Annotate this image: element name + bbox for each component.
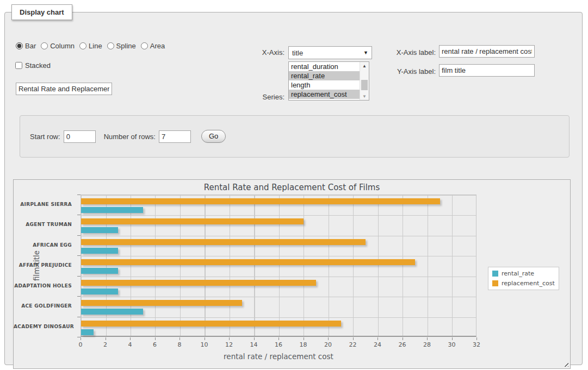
category-label: AGENT TRUMAN <box>14 215 72 235</box>
legend-row-rental_rate: rental_rate <box>492 270 555 277</box>
x-axis-tick-label: 4 <box>128 341 132 348</box>
chart-type-radio-spline[interactable] <box>107 42 114 49</box>
x-axis-tick <box>427 337 428 340</box>
scroll-down-icon[interactable]: ▼ <box>360 92 369 100</box>
chart-type-radio-bar[interactable] <box>16 42 23 49</box>
category-label: AFRICAN EGG <box>14 235 72 255</box>
display-chart-fieldset: Display chart BarColumnLineSplineArea St… <box>4 4 583 365</box>
x-axis-tick <box>205 337 205 340</box>
series-option-rental_duration[interactable]: rental_duration <box>289 62 360 71</box>
chart-type-option-area[interactable]: Area <box>141 42 165 50</box>
rows-panel: Start row: Number of rows: Go <box>20 115 570 158</box>
chart-type-radio-label: Bar <box>25 42 36 50</box>
num-rows-input[interactable] <box>159 130 191 143</box>
x-axis-tick-label: 26 <box>399 341 406 348</box>
y-axis-tick <box>77 276 81 277</box>
go-button[interactable]: Go <box>201 130 226 143</box>
category-label: ACE GOLDFINGER <box>14 296 72 316</box>
x-axis-tick <box>81 337 81 340</box>
category-label: AFFAIR PREJUDICE <box>14 255 72 275</box>
stacked-checkbox[interactable] <box>15 62 22 69</box>
x-axis-tick <box>106 337 106 340</box>
legend-swatch-icon <box>492 271 498 277</box>
category-label: AIRPLANE SIERRA <box>14 195 72 215</box>
y-axis-tick <box>77 255 81 256</box>
x-axis-tick <box>278 337 279 340</box>
x-axis-select[interactable]: title ▼ <box>288 46 372 59</box>
chart-type-radio-area[interactable] <box>141 42 148 49</box>
chart-category-labels: AIRPLANE SIERRAAGENT TRUMANAFRICAN EGGAF… <box>14 195 76 337</box>
bar-replacement_cost <box>81 239 366 245</box>
bar-replacement_cost <box>81 198 440 204</box>
series-option-length[interactable]: length <box>289 80 360 90</box>
x-axis-tick <box>377 337 378 340</box>
chart-title: Rental Rate and Replacement Cost of Film… <box>14 183 570 192</box>
stacked-label[interactable]: Stacked <box>25 61 51 70</box>
series-option-rental_rate[interactable]: rental_rate <box>289 71 360 80</box>
x-axis-label-label: X-Axis label: <box>380 48 436 57</box>
x-axis-tick <box>328 337 329 340</box>
category-label: ACADEMY DINOSAUR <box>14 317 72 337</box>
chart-type-radio-column[interactable] <box>41 42 48 49</box>
chart-type-radio-group: BarColumnLineSplineArea <box>16 42 165 50</box>
chart-type-option-bar[interactable]: Bar <box>16 42 36 50</box>
x-axis-tick-label: 8 <box>178 341 182 348</box>
x-axis-tick-label: 20 <box>324 341 332 348</box>
chart-type-option-column[interactable]: Column <box>41 42 75 50</box>
bar-replacement_cost <box>81 321 341 327</box>
series-label: Series: <box>239 93 284 101</box>
bar-replacement_cost <box>81 218 304 224</box>
bar-rental_rate <box>81 207 143 213</box>
x-axis-tick <box>180 337 180 340</box>
series-options: rental_durationrental_ratelengthreplacem… <box>289 62 360 99</box>
resize-grip-icon[interactable] <box>562 361 568 367</box>
category-label: ADAPTATION HOLES <box>14 276 72 296</box>
chart-type-radio-line[interactable] <box>79 42 86 49</box>
start-row-input[interactable] <box>64 130 96 143</box>
series-option-replacement_cost[interactable]: replacement_cost <box>289 90 360 99</box>
y-axis-label-input[interactable] <box>439 64 535 77</box>
legend-swatch-icon <box>492 280 498 286</box>
x-axis-selected-value: title <box>292 49 303 57</box>
bar-rental_rate <box>81 268 118 274</box>
x-axis-select-label: X-Axis: <box>239 48 284 57</box>
chart-type-radio-label: Column <box>50 42 75 50</box>
x-axis-tick-label: 28 <box>423 341 431 348</box>
chart-title-input[interactable] <box>16 83 112 95</box>
bar-rental_rate <box>81 289 118 294</box>
chart-widget: Rental Rate and Replacement Cost of Film… <box>13 179 571 369</box>
bar-rental_rate <box>81 329 94 335</box>
select-dropdown-arrow-icon: ▼ <box>363 50 368 55</box>
chart-type-option-spline[interactable]: Spline <box>107 42 136 50</box>
x-axis-tick <box>353 337 354 340</box>
listbox-scrollbar[interactable]: ▲ ▼ <box>360 62 369 100</box>
x-axis-tick-label: 10 <box>201 341 208 348</box>
x-axis-tick-label: 0 <box>79 341 83 348</box>
bar-rental_rate <box>81 227 118 233</box>
chart-type-option-line[interactable]: Line <box>79 42 102 50</box>
chart-type-radio-label: Line <box>89 42 102 50</box>
x-axis-tick <box>452 337 453 340</box>
x-axis-tick <box>254 337 255 340</box>
x-axis-label-input[interactable] <box>439 45 535 58</box>
bar-replacement_cost <box>81 259 415 265</box>
x-axis-tick-label: 32 <box>473 341 480 348</box>
scrollbar-thumb[interactable] <box>361 80 368 90</box>
y-axis-tick <box>77 235 81 236</box>
bar-replacement_cost <box>81 280 316 286</box>
bar-replacement_cost <box>81 300 242 306</box>
bar-rental_rate <box>81 248 118 254</box>
x-axis-tick-label: 14 <box>250 341 258 348</box>
x-axis-tick-label: 22 <box>349 341 357 348</box>
x-axis-tick-label: 16 <box>275 341 282 348</box>
fieldset-legend: Display chart <box>11 4 72 20</box>
series-listbox[interactable]: rental_durationrental_ratelengthreplacem… <box>288 61 369 101</box>
chart-type-radio-label: Spline <box>116 42 136 50</box>
scroll-up-icon[interactable]: ▲ <box>360 62 369 70</box>
plot-area <box>81 195 476 337</box>
x-axis-tick <box>130 337 131 340</box>
chart-legend: rental_ratereplacement_cost <box>488 267 559 290</box>
y-axis-tick <box>77 195 81 195</box>
y-axis-tick <box>77 317 81 317</box>
x-axis-tick <box>403 337 403 340</box>
